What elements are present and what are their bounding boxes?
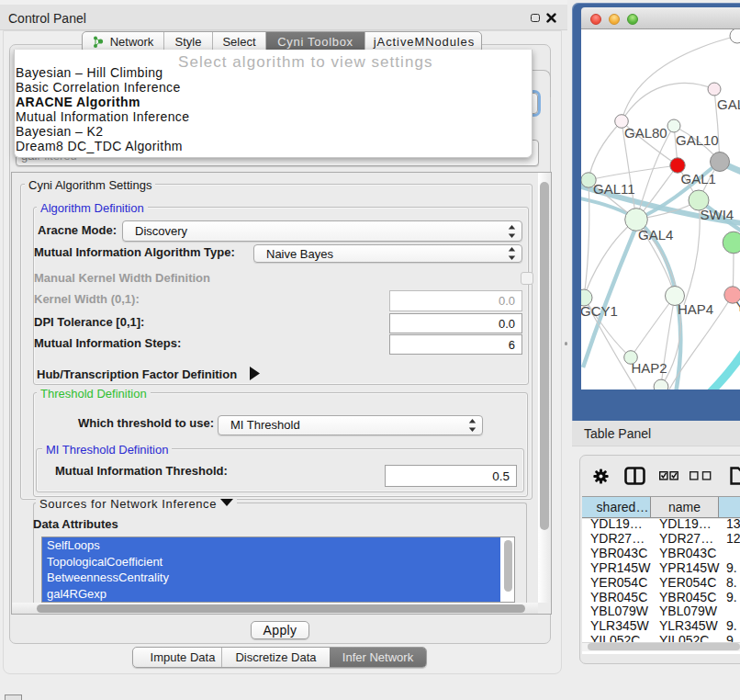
svg-text:GAL1: GAL1 xyxy=(681,171,716,186)
svg-text:GAL2: GAL2 xyxy=(717,96,740,112)
svg-text:GAL80: GAL80 xyxy=(624,125,667,141)
svg-text:GAL10: GAL10 xyxy=(676,132,719,148)
svg-text:HAP2: HAP2 xyxy=(632,360,667,376)
svg-text:HAP4: HAP4 xyxy=(678,301,713,317)
svg-text:SWI4: SWI4 xyxy=(701,207,734,222)
svg-text:Y: Y xyxy=(736,299,740,314)
svg-text:GAL4: GAL4 xyxy=(638,227,673,243)
svg-text:GCY1: GCY1 xyxy=(581,303,618,319)
svg-text:GAL11: GAL11 xyxy=(593,181,635,197)
